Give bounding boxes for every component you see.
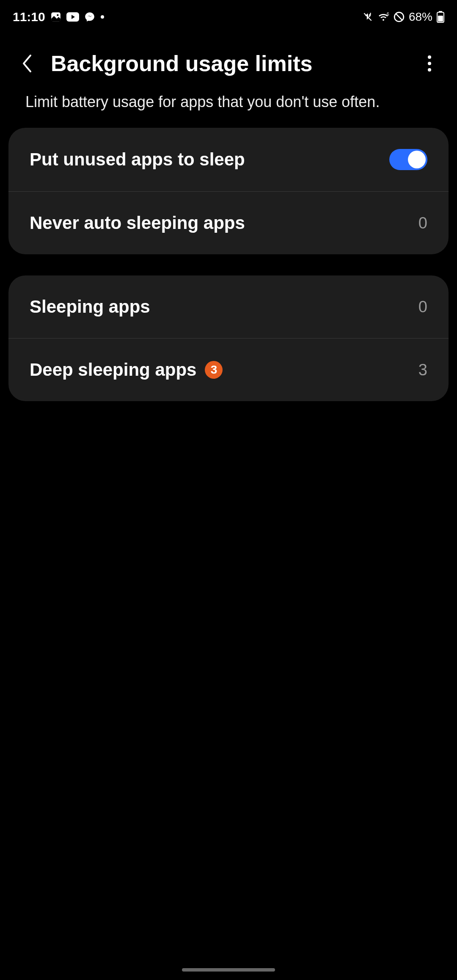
more-options-button[interactable] xyxy=(419,53,440,74)
dot-icon xyxy=(100,15,105,19)
svg-point-11 xyxy=(428,62,431,65)
toggle-knob xyxy=(408,151,426,168)
svg-point-3 xyxy=(101,15,104,19)
youtube-icon xyxy=(66,12,79,22)
status-bar: 11:10 6 68% xyxy=(0,0,457,30)
svg-point-1 xyxy=(57,14,58,16)
page-subtitle: Limit battery usage for apps that you do… xyxy=(0,85,457,128)
badge-count: 3 xyxy=(205,361,223,379)
svg-point-10 xyxy=(428,55,431,59)
gallery-icon xyxy=(50,11,61,22)
vibrate-icon xyxy=(362,11,373,22)
svg-rect-9 xyxy=(438,16,443,22)
row-label: Deep sleeping apps 3 xyxy=(30,360,223,380)
nav-handle[interactable] xyxy=(182,968,275,972)
battery-icon xyxy=(437,11,444,23)
card-app-lists: Sleeping apps 0 Deep sleeping apps 3 3 xyxy=(8,275,449,401)
status-left: 11:10 xyxy=(13,10,105,24)
page-title: Background usage limits xyxy=(51,51,406,76)
svg-text:6: 6 xyxy=(387,12,389,17)
more-vert-icon xyxy=(427,55,432,72)
status-time: 11:10 xyxy=(13,10,45,24)
header: Background usage limits xyxy=(0,30,457,85)
back-button[interactable] xyxy=(17,53,38,74)
row-value: 3 xyxy=(418,361,427,379)
row-label: Sleeping apps xyxy=(30,297,150,317)
row-sleeping-apps[interactable]: Sleeping apps 0 xyxy=(8,275,449,338)
dnd-icon xyxy=(394,11,405,22)
chevron-left-icon xyxy=(21,53,34,74)
messenger-icon xyxy=(84,11,95,22)
toggle-unused-apps-sleep[interactable] xyxy=(389,149,427,170)
status-right: 6 68% xyxy=(362,10,444,24)
row-value: 0 xyxy=(418,214,427,232)
row-label: Never auto sleeping apps xyxy=(30,213,245,233)
row-value: 0 xyxy=(418,298,427,316)
wifi-icon: 6 xyxy=(377,12,389,22)
row-label-text: Deep sleeping apps xyxy=(30,360,196,380)
row-never-auto-sleep[interactable]: Never auto sleeping apps 0 xyxy=(8,191,449,254)
battery-percent: 68% xyxy=(409,10,432,24)
card-sleep-settings: Put unused apps to sleep Never auto slee… xyxy=(8,128,449,254)
svg-point-12 xyxy=(428,68,431,72)
row-label: Put unused apps to sleep xyxy=(30,149,245,170)
row-deep-sleeping-apps[interactable]: Deep sleeping apps 3 3 xyxy=(8,338,449,401)
svg-line-6 xyxy=(396,14,402,20)
row-put-unused-to-sleep[interactable]: Put unused apps to sleep xyxy=(8,128,449,191)
